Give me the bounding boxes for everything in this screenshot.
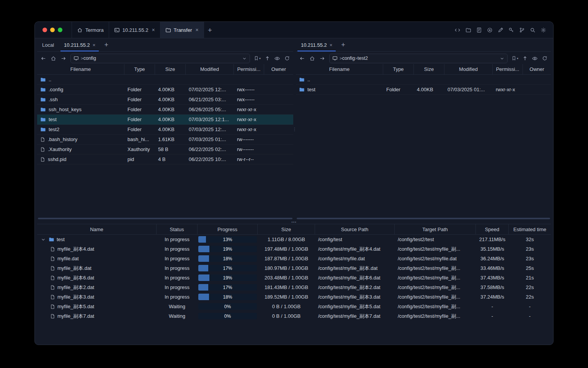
column-header-progress[interactable]: Progress [198, 224, 258, 234]
column-header-target-path[interactable]: Target Path [395, 224, 476, 234]
file-row[interactable]: .. [296, 75, 551, 85]
right-file-list: ..testFolder4.00KB07/03/2025 01:...rwxr-… [296, 75, 551, 217]
upload-button[interactable] [520, 54, 529, 63]
left-horizontal-scrollbar[interactable] [37, 217, 293, 220]
bookmark-button[interactable]: ▾ [510, 54, 519, 63]
expand-chevron-icon[interactable] [40, 237, 46, 242]
column-header-modified[interactable]: Modified [186, 64, 234, 74]
show-hidden-files-button[interactable] [530, 54, 539, 63]
file-row[interactable]: .bash_historybash_hi...1.61KB07/03/2025 … [37, 135, 293, 145]
back-button[interactable] [297, 54, 307, 63]
computer-icon [74, 56, 79, 61]
folder-icon[interactable] [466, 27, 471, 33]
app-tab-transfer[interactable]: Transfer× [160, 22, 204, 38]
file-row[interactable]: testFolder4.00KB07/03/2025 12:1...rwxr-x… [37, 115, 293, 125]
column-header-speed[interactable]: Speed [476, 224, 509, 234]
path-bar[interactable]: >config [70, 54, 250, 63]
tab-close-icon[interactable]: × [330, 42, 333, 48]
transfer-row[interactable]: myfile_副本.datIn progress17%180.97MB / 1.… [37, 263, 551, 273]
scrollbar-thumb[interactable] [38, 218, 292, 219]
log-icon[interactable] [476, 27, 482, 33]
transfer-row[interactable]: myfile_副本6.datIn progress19%203.48MB / 1… [37, 273, 551, 283]
edit-icon[interactable] [498, 27, 503, 33]
right-horizontal-scrollbar[interactable] [296, 217, 551, 220]
close-window-button[interactable] [42, 28, 47, 32]
branch-icon[interactable] [519, 27, 525, 33]
transfer-row[interactable]: myfile_副本4.datIn progress19%197.48MB / 1… [37, 244, 551, 254]
search-icon[interactable] [530, 27, 536, 33]
column-header-size[interactable]: Size [258, 224, 315, 234]
file-row[interactable]: sshd.pidpid4 B06/22/2025 10:...rw-r--r-- [37, 154, 293, 164]
column-header-size[interactable]: Size [414, 64, 444, 74]
file-row[interactable]: .configFolder4.00KB07/02/2025 12:...rwx-… [37, 85, 293, 95]
new-panel-tab-button[interactable]: + [337, 38, 349, 51]
breadcrumb-item[interactable]: config [342, 56, 355, 61]
zoom-window-button[interactable] [58, 28, 62, 32]
column-header-source-path[interactable]: Source Path [315, 224, 395, 234]
column-header-size[interactable]: Size [155, 64, 186, 74]
column-header-name[interactable]: Name [37, 224, 157, 234]
forward-button[interactable] [317, 54, 327, 63]
record-icon[interactable] [487, 27, 493, 33]
column-header-filename[interactable]: Filename [37, 64, 124, 74]
column-header-modified[interactable]: Modified [444, 64, 493, 74]
transfer-row[interactable]: myfile_副本3.datIn progress18%189.52MB / 1… [37, 292, 551, 302]
tab-close-icon[interactable]: × [196, 27, 199, 33]
file-row[interactable]: testFolder4.00KB07/03/2025 01:...rwxr-xr… [296, 85, 551, 95]
column-header-permissi[interactable]: Permissi... [234, 64, 264, 74]
panel-tab-10-211-55-2[interactable]: 10.211.55.2× [296, 38, 337, 51]
path-bar[interactable]: >config>test2 [329, 54, 508, 63]
column-header-filename[interactable]: Filename [296, 64, 383, 74]
transfer-row[interactable]: myfile_副本5.datWaiting0%0 B / 1.00GB/conf… [37, 302, 551, 311]
back-button[interactable] [39, 54, 48, 63]
refresh-button[interactable] [283, 54, 292, 63]
upload-button[interactable] [263, 54, 272, 63]
column-header-status[interactable]: Status [157, 224, 198, 234]
column-header-owner[interactable]: Owner [523, 64, 551, 74]
settings-icon[interactable] [541, 27, 546, 33]
column-header-estimated-time[interactable]: Estimated time [509, 224, 551, 234]
column-header-owner[interactable]: Owner [264, 64, 293, 74]
file-row[interactable]: .sshFolder4.00KB06/21/2025 03:...rwx----… [37, 95, 293, 105]
transfer-eta-cell: 22s [509, 294, 551, 300]
show-hidden-files-button[interactable] [273, 54, 282, 63]
bookmark-button[interactable]: ▾ [253, 54, 262, 63]
forward-button[interactable] [59, 54, 68, 63]
transfer-row[interactable]: myfile_副本2.datIn progress17%181.43MB / 1… [37, 283, 551, 292]
new-panel-tab-button[interactable]: + [100, 38, 112, 51]
scrollbar-thumb[interactable] [297, 218, 550, 219]
app-tab-termora[interactable]: Termora [72, 22, 109, 38]
column-header-type[interactable]: Type [124, 64, 155, 74]
panel-tab-local[interactable]: Local [37, 38, 59, 51]
home-button[interactable] [49, 54, 58, 63]
filename-cell: .. [37, 77, 124, 82]
refresh-button[interactable] [540, 54, 549, 63]
panel-tab-10-211-55-2[interactable]: 10.211.55.2× [59, 38, 100, 51]
column-header-type[interactable]: Type [383, 64, 414, 74]
path-dropdown-icon[interactable] [242, 56, 247, 61]
minimize-window-button[interactable] [50, 28, 55, 32]
transfer-name-text: myfile_副本5.dat [57, 303, 94, 310]
transfer-row[interactable]: myfile_副本7.datWaiting0%0 B / 1.00GB/conf… [37, 311, 551, 321]
file-row[interactable]: ssh_host_keysFolder4.00KB06/26/2025 05:.… [37, 105, 293, 115]
app-tab-10-211-55-2[interactable]: 10.211.55.2× [109, 22, 160, 38]
breadcrumb-item[interactable]: config [83, 56, 96, 61]
breadcrumb-item[interactable]: test2 [358, 56, 368, 61]
home-button[interactable] [307, 54, 317, 63]
path-dropdown-icon[interactable] [500, 56, 505, 61]
key-icon[interactable] [508, 27, 514, 33]
file-permissions-cell: rwxr-xr-x [493, 87, 523, 92]
transfer-list: testIn progress13%1.11GB / 8.00GB/config… [37, 235, 551, 345]
file-row[interactable]: test2Folder4.00KB07/03/2025 12:...rwxr-x… [37, 125, 293, 135]
code-icon[interactable] [454, 27, 461, 33]
tab-close-icon[interactable]: × [93, 42, 96, 48]
transfer-splitter[interactable]: ••• [35, 220, 553, 224]
transfer-row[interactable]: testIn progress13%1.11GB / 8.00GB/config… [37, 235, 551, 244]
transfer-row[interactable]: myfile.datIn progress18%187.87MB / 1.00G… [37, 254, 551, 263]
tab-close-icon[interactable]: × [152, 27, 155, 33]
column-header-permissi[interactable]: Permissi... [493, 64, 523, 74]
file-row[interactable]: .XauthorityXauthority58 B06/22/2025 02:.… [37, 145, 293, 154]
file-row[interactable]: .. [37, 75, 293, 85]
panel-splitter[interactable]: ⋮ [293, 38, 296, 220]
new-tab-button[interactable]: + [204, 26, 216, 34]
